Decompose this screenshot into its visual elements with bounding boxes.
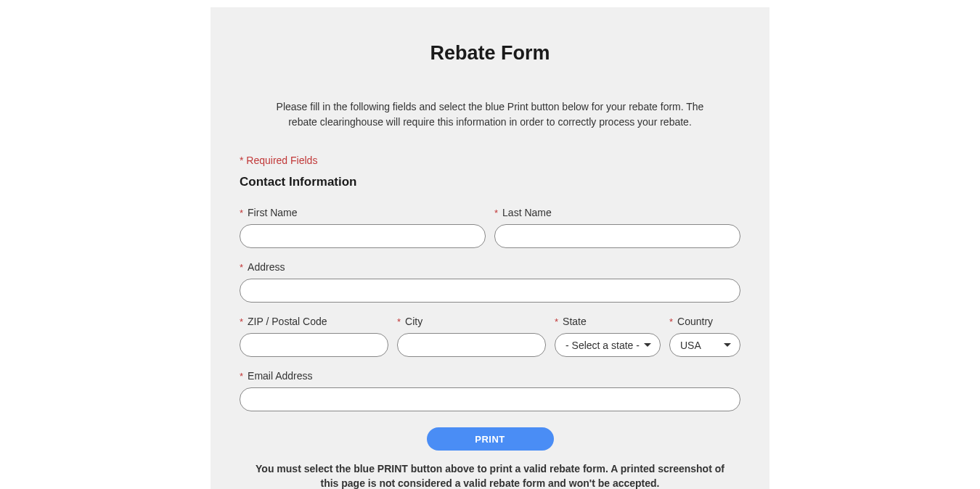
state-label-text: State xyxy=(563,316,587,327)
zip-label: * ZIP / Postal Code xyxy=(240,316,388,327)
required-fields-note: * Required Fields xyxy=(240,155,740,166)
email-label-text: Email Address xyxy=(248,370,312,382)
warning-text: You must select the blue PRINT button ab… xyxy=(240,462,740,489)
zip-label-text: ZIP / Postal Code xyxy=(248,316,327,327)
zip-field: * ZIP / Postal Code xyxy=(240,316,388,357)
first-name-label: * First Name xyxy=(240,207,486,218)
email-row: * Email Address xyxy=(240,370,740,411)
last-name-label-text: Last Name xyxy=(502,207,552,218)
city-label-text: City xyxy=(405,316,422,327)
name-row: * First Name * Last Name xyxy=(240,207,740,248)
state-field: * State - Select a state - xyxy=(555,316,661,357)
last-name-input[interactable] xyxy=(494,224,740,248)
print-row: PRINT xyxy=(240,427,740,451)
first-name-label-text: First Name xyxy=(248,207,297,218)
print-button[interactable]: PRINT xyxy=(427,427,554,451)
first-name-input[interactable] xyxy=(240,224,486,248)
first-name-field: * First Name xyxy=(240,207,486,248)
location-row: * ZIP / Postal Code * City * State - Sel… xyxy=(240,316,740,357)
contact-info-heading: Contact Information xyxy=(240,175,740,189)
zip-input[interactable] xyxy=(240,333,388,357)
rebate-form-container: Rebate Form Please fill in the following… xyxy=(211,7,769,489)
address-input[interactable] xyxy=(240,279,740,303)
city-field: * City xyxy=(397,316,546,357)
required-asterisk: * xyxy=(240,262,243,273)
state-select[interactable]: - Select a state - xyxy=(555,333,661,357)
required-asterisk: * xyxy=(494,207,498,218)
country-label: * Country xyxy=(669,316,740,327)
address-label: * Address xyxy=(240,261,740,273)
address-label-text: Address xyxy=(248,261,285,273)
address-field: * Address xyxy=(240,261,740,303)
country-field: * Country USA xyxy=(669,316,740,357)
country-select[interactable]: USA xyxy=(669,333,740,357)
city-label: * City xyxy=(397,316,546,327)
last-name-field: * Last Name xyxy=(494,207,740,248)
email-input[interactable] xyxy=(240,387,740,411)
required-asterisk: * xyxy=(555,316,558,327)
country-label-text: Country xyxy=(677,316,713,327)
instructions-text: Please fill in the following fields and … xyxy=(240,99,740,130)
required-asterisk: * xyxy=(240,371,243,382)
last-name-label: * Last Name xyxy=(494,207,740,218)
required-asterisk: * xyxy=(669,316,673,327)
city-input[interactable] xyxy=(397,333,546,357)
required-asterisk: * xyxy=(397,316,401,327)
email-field: * Email Address xyxy=(240,370,740,411)
state-label: * State xyxy=(555,316,661,327)
address-row: * Address xyxy=(240,261,740,303)
form-title: Rebate Form xyxy=(240,42,740,65)
email-label: * Email Address xyxy=(240,370,740,382)
required-asterisk: * xyxy=(240,316,243,327)
required-asterisk: * xyxy=(240,207,243,218)
